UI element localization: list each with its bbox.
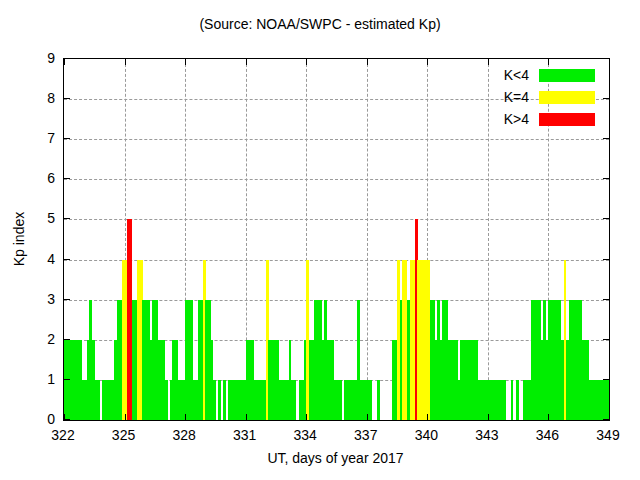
x-tick-label: 340 bbox=[404, 427, 448, 443]
y-tick-label: 1 bbox=[23, 370, 55, 388]
y-tick bbox=[64, 138, 70, 139]
x-tick bbox=[488, 414, 489, 420]
kp-index-chart: (Source: NOAA/SWPC - estimated Kp) Kp in… bbox=[0, 0, 640, 480]
legend-swatch-green bbox=[539, 69, 595, 82]
y-tick-right bbox=[603, 218, 609, 219]
y-tick bbox=[64, 178, 70, 179]
kp-bar bbox=[369, 380, 372, 420]
kp-bar bbox=[511, 380, 514, 420]
x-tick-top bbox=[609, 59, 610, 65]
legend-swatch-yellow bbox=[539, 91, 595, 104]
legend-label-low: K<4 bbox=[504, 67, 529, 83]
x-tick bbox=[125, 414, 126, 420]
y-tick-right bbox=[603, 98, 609, 99]
grid-line-h bbox=[64, 179, 609, 180]
x-tick bbox=[367, 414, 368, 420]
x-tick-top bbox=[125, 59, 126, 65]
kp-bar bbox=[294, 380, 297, 420]
kp-bar bbox=[165, 380, 168, 420]
legend: K<4 K=4 K>4 bbox=[504, 64, 595, 130]
kp-bar bbox=[516, 380, 519, 420]
x-axis-label: UT, days of year 2017 bbox=[63, 450, 608, 466]
x-tick-label: 334 bbox=[283, 427, 327, 443]
x-tick bbox=[427, 414, 428, 420]
y-tick-label: 6 bbox=[23, 169, 55, 187]
y-tick-right bbox=[603, 138, 609, 139]
kp-bar bbox=[97, 380, 100, 420]
y-tick-label: 3 bbox=[23, 290, 55, 308]
y-tick bbox=[64, 98, 70, 99]
grid-line-h bbox=[64, 139, 609, 140]
x-tick-top bbox=[306, 59, 307, 65]
x-tick bbox=[306, 414, 307, 420]
y-tick-label: 9 bbox=[23, 49, 55, 67]
x-tick-label: 349 bbox=[586, 427, 630, 443]
y-tick-right bbox=[603, 339, 609, 340]
y-tick bbox=[64, 339, 70, 340]
x-tick bbox=[609, 414, 610, 420]
plot-area: K<4 K=4 K>4 bbox=[63, 58, 610, 421]
legend-item-low: K<4 bbox=[504, 64, 595, 86]
x-tick-label: 322 bbox=[41, 427, 85, 443]
legend-item-high: K>4 bbox=[504, 108, 595, 130]
kp-bar bbox=[218, 380, 221, 420]
y-tick-label: 8 bbox=[23, 89, 55, 107]
y-tick-right bbox=[603, 259, 609, 260]
y-tick-right bbox=[603, 419, 609, 420]
y-tick-right bbox=[603, 178, 609, 179]
x-tick-top bbox=[64, 59, 65, 65]
x-tick-label: 337 bbox=[344, 427, 388, 443]
y-tick bbox=[64, 259, 70, 260]
x-tick-label: 325 bbox=[102, 427, 146, 443]
kp-bar bbox=[377, 380, 380, 420]
x-tick bbox=[548, 414, 549, 420]
grid-line-v bbox=[367, 59, 368, 420]
x-tick-label: 343 bbox=[465, 427, 509, 443]
x-tick-top bbox=[185, 59, 186, 65]
x-tick-top bbox=[367, 59, 368, 65]
grid-line-h bbox=[64, 260, 609, 261]
y-tick bbox=[64, 218, 70, 219]
x-tick bbox=[185, 414, 186, 420]
y-tick-label: 5 bbox=[23, 209, 55, 227]
y-tick-label: 2 bbox=[23, 330, 55, 348]
x-tick-top bbox=[488, 59, 489, 65]
legend-label-equal: K=4 bbox=[504, 89, 529, 105]
y-tick-label: 7 bbox=[23, 129, 55, 147]
y-tick-right bbox=[603, 379, 609, 380]
y-tick bbox=[64, 419, 70, 420]
y-tick-right bbox=[603, 58, 609, 59]
kp-bar bbox=[339, 380, 342, 420]
kp-bar bbox=[223, 380, 226, 420]
x-tick-top bbox=[427, 59, 428, 65]
x-tick-label: 346 bbox=[525, 427, 569, 443]
y-tick-right bbox=[603, 299, 609, 300]
kp-bar bbox=[213, 380, 216, 420]
y-tick bbox=[64, 379, 70, 380]
y-tick bbox=[64, 58, 70, 59]
grid-line-v bbox=[488, 59, 489, 420]
x-tick-top bbox=[246, 59, 247, 65]
y-tick-label: 4 bbox=[23, 250, 55, 268]
y-tick bbox=[64, 299, 70, 300]
x-tick bbox=[246, 414, 247, 420]
grid-line-h bbox=[64, 219, 609, 220]
x-tick-label: 331 bbox=[223, 427, 267, 443]
legend-item-equal: K=4 bbox=[504, 86, 595, 108]
legend-label-high: K>4 bbox=[504, 111, 529, 127]
kp-bar bbox=[503, 380, 506, 420]
x-tick-label: 328 bbox=[162, 427, 206, 443]
y-tick-label: 0 bbox=[23, 410, 55, 428]
legend-swatch-red bbox=[539, 113, 595, 126]
chart-title: (Source: NOAA/SWPC - estimated Kp) bbox=[0, 16, 640, 32]
